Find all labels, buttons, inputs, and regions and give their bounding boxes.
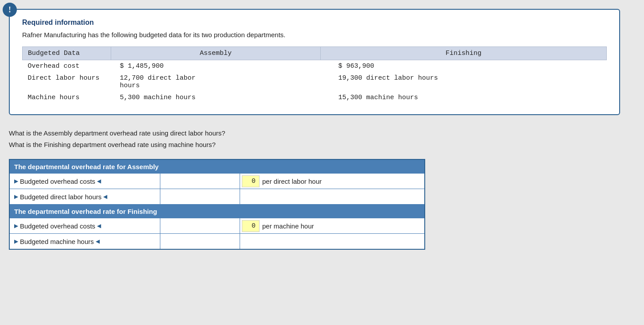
exclamation-icon: !	[3, 3, 17, 17]
assembly-labor-input[interactable]	[161, 190, 239, 203]
assembly-labor-label: ▶ Budgeted direct labor hours ◀	[10, 189, 160, 204]
calc-table: The departmental overhead rate for Assem…	[9, 159, 425, 250]
assembly-overhead-result-cell: 0 per direct labor hour	[240, 174, 424, 189]
required-info-title: Required information	[22, 19, 607, 27]
question-2: What is the Finishing department overhea…	[9, 139, 635, 151]
assembly-overhead-input-cell[interactable]	[160, 174, 240, 189]
arrow-icon-2: ◀	[97, 178, 101, 184]
machine-hours-label: Machine hours	[23, 92, 111, 104]
finishing-overhead-input[interactable]	[161, 219, 239, 232]
overhead-cost-assembly: $ 1,485,900	[111, 60, 321, 73]
overhead-cost-label: Overhead cost	[23, 60, 111, 73]
assembly-overhead-label: ▶ Budgeted overhead costs ◀	[10, 174, 160, 189]
machine-hours-finishing: 15,300 machine hours	[321, 92, 607, 104]
finishing-overhead-result-value: 0	[242, 220, 260, 232]
intro-text: Rafner Manufacturing has the following b…	[22, 31, 607, 39]
finishing-machine-input-cell[interactable]	[160, 234, 240, 249]
table-row: Machine hours 5,300 machine hours 15,300…	[23, 92, 607, 104]
assembly-labor-row: ▶ Budgeted direct labor hours ◀	[10, 189, 424, 205]
direct-labor-label: Direct labor hours	[23, 72, 111, 92]
finishing-machine-result-cell	[240, 234, 424, 249]
col-header-assembly: Assembly	[111, 47, 321, 60]
finishing-overhead-label: ▶ Budgeted overhead costs ◀	[10, 218, 160, 233]
arrow-icon-1: ▶	[14, 178, 18, 184]
arrow-icon-7: ▶	[14, 238, 18, 244]
assembly-overhead-row: ▶ Budgeted overhead costs ◀ 0 per direct…	[10, 174, 424, 189]
direct-labor-assembly: 12,700 direct laborhours	[111, 72, 321, 92]
assembly-labor-result-cell	[240, 189, 424, 204]
overhead-cost-finishing: $ 963,900	[321, 60, 607, 73]
finishing-machine-input[interactable]	[161, 235, 239, 248]
finishing-overhead-row: ▶ Budgeted overhead costs ◀ 0 per machin…	[10, 218, 424, 234]
arrow-icon-3: ▶	[14, 193, 18, 200]
arrow-icon-4: ◀	[103, 193, 107, 200]
arrow-icon-8: ◀	[96, 238, 100, 244]
table-row: Overhead cost $ 1,485,900 $ 963,900	[23, 60, 607, 73]
table-row: Direct labor hours 12,700 direct laborho…	[23, 72, 607, 92]
assembly-overhead-result-label: per direct labor hour	[260, 176, 324, 187]
info-box: ! Required information Rafner Manufactur…	[9, 9, 620, 115]
questions-section: What is the Assembly department overhead…	[9, 128, 635, 150]
direct-labor-finishing: 19,300 direct labor hours	[321, 72, 607, 92]
assembly-overhead-input[interactable]	[161, 174, 239, 188]
assembly-overhead-result-value: 0	[242, 175, 260, 187]
question-1: What is the Assembly department overhead…	[9, 128, 635, 139]
machine-hours-assembly: 5,300 machine hours	[111, 92, 321, 104]
arrow-icon-6: ◀	[97, 223, 101, 229]
col-header-label: Budgeted Data	[23, 47, 111, 60]
assembly-section-header: The departmental overhead rate for Assem…	[10, 160, 424, 174]
arrow-icon-5: ▶	[14, 223, 18, 229]
col-header-finishing: Finishing	[321, 47, 607, 60]
finishing-overhead-input-cell[interactable]	[160, 218, 240, 233]
assembly-labor-input-cell[interactable]	[160, 189, 240, 204]
finishing-section-header: The departmental overhead rate for Finis…	[10, 205, 424, 218]
finishing-machine-row: ▶ Budgeted machine hours ◀	[10, 234, 424, 249]
finishing-overhead-result-label: per machine hour	[260, 221, 317, 232]
finishing-machine-label: ▶ Budgeted machine hours ◀	[10, 234, 160, 249]
finishing-overhead-result-cell: 0 per machine hour	[240, 218, 424, 233]
budgeted-data-table: Budgeted Data Assembly Finishing Overhea…	[22, 46, 607, 104]
